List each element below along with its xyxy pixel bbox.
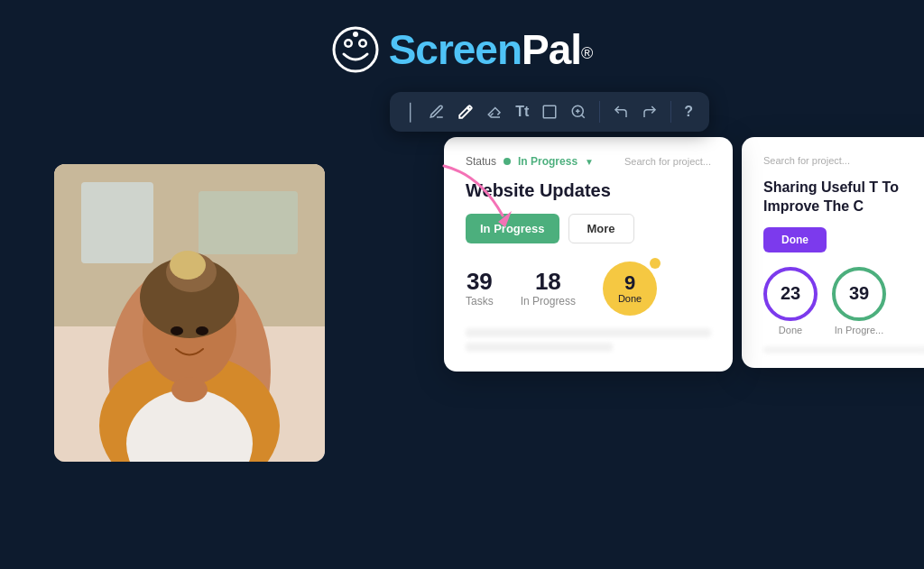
person-photo xyxy=(54,164,325,462)
zoom-icon[interactable] xyxy=(570,104,587,120)
search-placeholder[interactable]: Search for project... xyxy=(624,156,711,167)
divider-icon: │ xyxy=(406,103,416,122)
done-number: 9 xyxy=(624,273,635,293)
svg-rect-13 xyxy=(81,182,153,263)
more-button[interactable]: More xyxy=(568,214,634,243)
circle-done-stat: 23 Done xyxy=(763,267,818,335)
logo-text: ScreenPal® xyxy=(389,25,594,74)
help-icon[interactable]: ? xyxy=(684,104,693,120)
second-card-search[interactable]: Search for project... xyxy=(763,155,924,166)
in-progress-number: 18 xyxy=(521,270,576,293)
circles-row: 23 Done 39 In Progre... xyxy=(763,267,924,335)
rectangle-icon[interactable] xyxy=(541,104,558,120)
screenpal-logo-icon xyxy=(331,25,380,74)
done-text: Done xyxy=(618,293,642,304)
tasks-number: 39 xyxy=(466,270,494,293)
svg-point-5 xyxy=(353,32,358,37)
circle-in-progress-label: In Progre... xyxy=(832,325,886,335)
circle-in-progress-number: 39 xyxy=(849,283,869,304)
svg-rect-6 xyxy=(544,106,557,118)
toolbar: │ Tt ? xyxy=(390,92,709,132)
blurred-row-1 xyxy=(466,328,711,337)
chevron-down-icon[interactable]: ▼ xyxy=(585,157,594,167)
circle-in-progress-stat: 39 In Progre... xyxy=(832,267,886,335)
second-card: Search for project... Sharing Useful T T… xyxy=(742,137,924,368)
content-area: │ Tt ? xyxy=(0,92,924,534)
in-progress-label: In Progress xyxy=(521,295,576,307)
svg-point-23 xyxy=(196,326,208,335)
svg-point-4 xyxy=(360,41,365,46)
pen-active-icon[interactable] xyxy=(457,104,474,120)
done-button[interactable]: Done xyxy=(763,227,827,252)
redo-icon[interactable] xyxy=(642,104,658,120)
logo-area: ScreenPal® xyxy=(0,0,924,92)
circle-done-ring: 23 xyxy=(763,267,818,321)
done-badge: 9 Done xyxy=(603,262,657,316)
eraser-icon[interactable] xyxy=(486,104,503,120)
pen-icon[interactable] xyxy=(429,104,445,120)
circle-done-number: 23 xyxy=(781,283,800,304)
second-blurred-row xyxy=(763,346,924,353)
tasks-stat: 39 Tasks xyxy=(466,270,494,307)
svg-rect-14 xyxy=(199,191,298,254)
circle-in-progress-ring: 39 xyxy=(832,267,886,321)
logo-pal: Pal xyxy=(522,26,581,73)
second-card-title: Sharing Useful T To Improve The C xyxy=(763,179,924,216)
svg-point-21 xyxy=(170,251,206,280)
blurred-row-2 xyxy=(466,343,613,352)
svg-point-3 xyxy=(346,41,350,46)
toolbar-divider-2 xyxy=(670,101,671,123)
circle-done-label: Done xyxy=(763,325,818,335)
text-icon[interactable]: Tt xyxy=(515,104,529,120)
svg-point-22 xyxy=(171,326,183,335)
toolbar-divider xyxy=(599,101,600,123)
stats-row: 39 Tasks 18 In Progress 9 Done xyxy=(466,262,711,316)
tasks-label: Tasks xyxy=(466,295,494,307)
logo-screen: Screen xyxy=(389,26,522,73)
logo-registered: ® xyxy=(581,44,593,62)
undo-icon[interactable] xyxy=(613,104,629,120)
in-progress-stat: 18 In Progress xyxy=(521,270,576,307)
arrow xyxy=(426,157,534,238)
svg-point-24 xyxy=(171,377,208,402)
